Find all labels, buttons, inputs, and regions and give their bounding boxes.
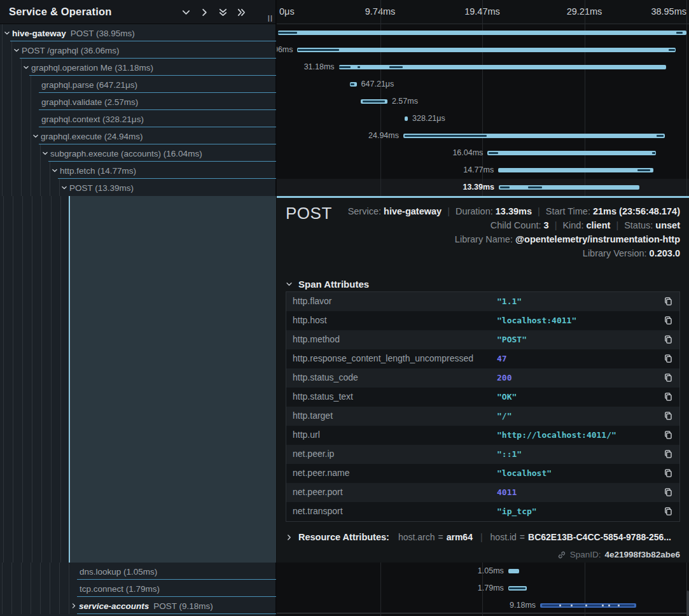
span-tree-row[interactable]: graphql.validate (2.57ms) <box>0 93 276 110</box>
span-bar-row[interactable]: 24.94ms <box>277 127 689 144</box>
copy-icon[interactable] <box>664 354 674 364</box>
resource-attributes-toggle[interactable]: Resource Attributes: <box>298 532 389 542</box>
indent-guides <box>0 179 60 196</box>
span-operation-label: graphql.parse (647.21μs) <box>41 80 137 90</box>
panel-resize-grip[interactable]: || <box>268 14 273 22</box>
span-bar[interactable] <box>405 116 408 121</box>
span-tree-row[interactable]: POST (13.39ms) <box>0 179 276 196</box>
chevron-down-icon[interactable] <box>13 47 22 53</box>
span-bar[interactable] <box>278 31 686 35</box>
copy-icon[interactable] <box>664 297 674 307</box>
copy-icon[interactable] <box>664 487 674 498</box>
span-operation-label: POST /graphql (36.06ms) <box>22 46 120 55</box>
chevron-right-icon[interactable] <box>71 603 79 609</box>
child-span-mark <box>489 152 498 154</box>
span-operation-label: graphql.context (328.21μs) <box>41 115 144 124</box>
detail-meta-value: @opentelemetry/instrumentation-http <box>515 234 680 244</box>
span-duration-label: 328.21μs <box>412 110 445 127</box>
span-bar[interactable] <box>297 48 675 52</box>
chevron-right-icon[interactable] <box>199 7 209 17</box>
child-span-mark <box>542 605 634 606</box>
span-attributes-toggle[interactable]: Span Attributes <box>286 279 369 290</box>
span-bar[interactable] <box>499 185 639 190</box>
scrollbar-thumb[interactable] <box>686 591 689 616</box>
selected-span-detail-left <box>69 196 276 563</box>
span-tree-row[interactable]: http.fetch (14.77ms) <box>0 162 276 179</box>
attribute-key: http.flavor <box>293 292 331 311</box>
span-tree-row[interactable]: graphql.operation Me (31.18ms) <box>0 59 276 76</box>
span-tree-row[interactable]: dns.lookup (1.05ms) <box>0 563 276 580</box>
attribute-row: net.peer.name"localhost" <box>286 464 679 483</box>
span-bar-row[interactable]: 16.04ms <box>277 144 689 162</box>
span-tree-row[interactable]: tcp.connect (1.79ms) <box>0 580 276 597</box>
copy-icon[interactable] <box>664 392 674 402</box>
attribute-row: net.transport"ip_tcp" <box>286 502 679 521</box>
chevron-down-icon[interactable] <box>4 30 12 36</box>
copy-icon[interactable] <box>664 316 674 326</box>
double-chevron-right-icon[interactable] <box>236 7 246 17</box>
span-bar-row[interactable]: 1.79ms <box>277 580 689 597</box>
span-bar[interactable] <box>339 65 666 69</box>
span-bar-row[interactable]: 9.18ms <box>277 597 689 614</box>
span-operation-label: subgraph.execute (accounts) (16.04ms) <box>50 149 202 158</box>
span-tree-row[interactable]: service-accountsPOST (9.18ms) <box>0 597 276 614</box>
chevron-down-icon[interactable] <box>61 185 69 191</box>
span-bar[interactable] <box>498 168 653 172</box>
chevron-down-icon[interactable] <box>32 133 41 139</box>
span-bar[interactable] <box>487 151 655 155</box>
span-tree-row[interactable]: POST /graphql (36.06ms) <box>0 41 276 59</box>
selected-span-accent <box>277 196 689 198</box>
span-tree-row[interactable]: subgraph.execute (accounts) (16.04ms) <box>0 144 276 162</box>
span-tree-row[interactable]: graphql.parse (647.21μs) <box>0 76 276 93</box>
chevron-down-icon[interactable] <box>52 167 60 174</box>
span-bar-row[interactable]: 647.21μs <box>277 76 689 93</box>
span-bar[interactable] <box>508 569 519 573</box>
chevron-down-icon[interactable] <box>181 7 191 17</box>
child-span-mark <box>509 587 525 589</box>
separator: | <box>442 206 456 216</box>
timeline-tick-label: 0μs <box>279 0 295 24</box>
attribute-key: http.target <box>293 407 333 425</box>
detail-meta-value: 21ms (23:56:48.174) <box>593 206 680 216</box>
span-bar-row[interactable]: 328.21μs <box>277 110 689 127</box>
span-bar-row[interactable]: 13.39ms <box>277 179 689 196</box>
detail-meta: Service: hive-gateway|Duration: 13.39ms|… <box>348 204 680 260</box>
indent-guides <box>0 76 32 93</box>
attribute-key: net.peer.name <box>293 464 350 482</box>
span-duration-label: 1.79ms <box>478 580 504 597</box>
span-bar-row[interactable]: 36.06ms <box>277 41 689 59</box>
span-tree-row[interactable]: graphql.context (328.21μs) <box>0 110 276 127</box>
double-chevron-down-icon[interactable] <box>218 7 228 17</box>
span-duration-label: 16.04ms <box>452 144 483 162</box>
copy-icon[interactable] <box>664 430 674 440</box>
span-attributes-label: Span Attributes <box>298 279 369 290</box>
copy-icon[interactable] <box>664 335 674 345</box>
span-bar-row[interactable] <box>277 24 689 41</box>
separator: | <box>549 220 563 230</box>
span-operation-label: http.fetch (14.77ms) <box>60 166 136 176</box>
span-bar-row[interactable]: 14.77ms <box>277 162 689 179</box>
copy-icon[interactable] <box>664 468 674 479</box>
copy-icon[interactable] <box>664 507 674 517</box>
span-tree-row[interactable]: hive-gatewayPOST (38.95ms) <box>0 24 276 41</box>
span-tree-row[interactable]: graphql.execute (24.94ms) <box>0 127 276 144</box>
detail-meta-line: Library Name: @opentelemetry/instrumenta… <box>348 232 680 246</box>
link-icon[interactable] <box>557 550 566 559</box>
span-bar-row[interactable]: 31.18ms <box>277 59 689 76</box>
copy-icon[interactable] <box>664 411 674 421</box>
detail-meta-line: Service: hive-gateway|Duration: 13.39ms|… <box>348 204 680 218</box>
child-span-mark <box>278 32 297 34</box>
indent-guides <box>0 59 22 76</box>
attribute-row: net.peer.ip"::1" <box>286 445 679 464</box>
span-bar-row[interactable]: 2.57ms <box>277 93 689 110</box>
child-span-mark <box>500 186 510 188</box>
timeline-tick-label: 9.74ms <box>365 0 396 24</box>
resource-attributes-values: host.arch=arm64|host.id=BC62E13B-C4CC-58… <box>398 532 671 542</box>
copy-icon[interactable] <box>664 373 674 383</box>
span-bar-row[interactable]: 1.05ms <box>277 563 689 580</box>
chevron-down-icon[interactable] <box>42 150 50 157</box>
copy-icon[interactable] <box>664 449 674 459</box>
detail-meta-value: 0.203.0 <box>650 248 680 258</box>
chevron-down-icon[interactable] <box>23 64 31 71</box>
attribute-row: http.method"POST" <box>286 330 679 349</box>
